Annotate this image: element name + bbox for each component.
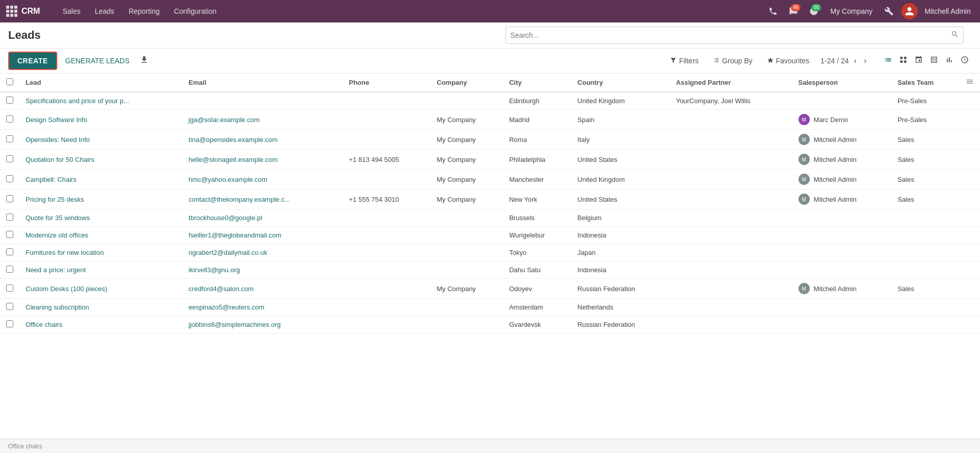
table-view-button[interactable] xyxy=(927,54,941,68)
row-checkbox[interactable] xyxy=(6,266,13,273)
email-link[interactable]: helle@stonageit.example.com xyxy=(189,156,278,163)
assigned-partner-cell xyxy=(670,150,792,170)
row-checkbox[interactable] xyxy=(6,284,13,292)
country-cell: Indonesia xyxy=(572,227,670,244)
email-cell[interactable]: fseiller1@theglobeandmail.com xyxy=(183,227,343,244)
chart-view-button[interactable] xyxy=(942,54,956,68)
activity-icon-btn[interactable]: 66 xyxy=(806,3,822,19)
email-link[interactable]: contact@thekompany.example.c... xyxy=(189,196,290,203)
app-logo[interactable]: CRM xyxy=(6,6,48,17)
email-link[interactable]: ngrabert2@dailymail.co.uk xyxy=(189,249,267,256)
user-name[interactable]: Mitchell Admin xyxy=(922,7,974,15)
email-link[interactable]: eespinazo5@reuters.com xyxy=(189,303,264,311)
salesperson-cell xyxy=(792,227,892,244)
nav-configuration[interactable]: Configuration xyxy=(168,5,222,17)
lead-name-cell[interactable]: Campbell: Chairs xyxy=(19,170,183,189)
filters-button[interactable]: Filters xyxy=(667,55,701,67)
email-cell[interactable]: ngrabert2@dailymail.co.uk xyxy=(183,244,343,261)
phone-cell xyxy=(343,244,430,261)
row-checkbox[interactable] xyxy=(6,213,13,221)
nav-reporting[interactable]: Reporting xyxy=(123,5,166,17)
lead-name-cell[interactable]: Modernize old offices xyxy=(19,227,183,244)
lead-name-cell[interactable]: Cleaning subscription xyxy=(19,299,183,316)
row-checkbox[interactable] xyxy=(6,115,13,123)
lead-name-cell[interactable]: Office chairs xyxy=(19,316,183,333)
row-checkbox[interactable] xyxy=(6,175,13,182)
nav-sales[interactable]: Sales xyxy=(56,5,86,17)
email-link[interactable]: fseiller1@theglobeandmail.com xyxy=(189,231,282,239)
download-button[interactable] xyxy=(138,53,151,69)
email-cell[interactable]: eespinazo5@reuters.com xyxy=(183,299,343,316)
row-checkbox[interactable] xyxy=(6,155,13,162)
email-link[interactable]: jga@solar.example.com xyxy=(189,116,260,124)
email-link[interactable]: tina@opensides.example.com xyxy=(189,136,278,144)
activity-badge: 66 xyxy=(811,4,821,11)
create-button[interactable]: CREATE xyxy=(8,52,57,70)
company-cell xyxy=(430,299,503,316)
email-link[interactable]: hmc@yahoo.example.com xyxy=(189,176,267,183)
chat-icon-btn[interactable]: 46 xyxy=(785,3,802,19)
kanban-view-button[interactable] xyxy=(896,54,910,68)
calendar-view-button[interactable] xyxy=(911,54,926,68)
user-avatar[interactable] xyxy=(901,3,918,19)
nav-leads[interactable]: Leads xyxy=(88,5,120,17)
lead-name-cell[interactable]: Furnitures for new location xyxy=(19,244,183,261)
search-input[interactable] xyxy=(510,31,951,39)
lead-name-cell[interactable]: Pricing for 25 desks xyxy=(19,189,183,209)
generate-leads-button[interactable]: GENERATE LEADS xyxy=(61,55,134,67)
col-settings[interactable] xyxy=(960,74,980,92)
wrench-icon-btn[interactable] xyxy=(881,3,897,19)
email-link[interactable]: credford4@salon.com xyxy=(189,285,254,293)
lead-name-cell[interactable]: Opensides: Need Info xyxy=(19,130,183,150)
lead-name-cell[interactable]: Specifications and price of your p... xyxy=(19,92,183,110)
lead-name-cell[interactable]: Need a price: urgent xyxy=(19,261,183,279)
select-all-header[interactable] xyxy=(0,74,19,92)
row-checkbox[interactable] xyxy=(6,97,13,104)
prev-page-button[interactable]: ‹ xyxy=(852,55,858,66)
email-cell[interactable]: helle@stonageit.example.com xyxy=(183,150,343,170)
top-navigation: CRM Sales Leads Reporting Configuration … xyxy=(0,0,980,22)
clock-view-button[interactable] xyxy=(958,54,972,68)
filter-group: Filters Group By Favourites 1-24 / 24 ‹ … xyxy=(667,54,972,68)
assigned-partner-cell xyxy=(670,170,792,189)
email-link[interactable]: tbrockhouse0@google.pl xyxy=(189,214,262,222)
email-cell[interactable]: tbrockhouse0@google.pl xyxy=(183,209,343,227)
col-country: Country xyxy=(572,74,670,92)
email-cell[interactable]: ikirvell3@gnu.org xyxy=(183,261,343,279)
email-cell[interactable]: hmc@yahoo.example.com xyxy=(183,170,343,189)
lead-name-cell[interactable]: Custom Desks (100 pieces) xyxy=(19,279,183,299)
email-cell[interactable]: tina@opensides.example.com xyxy=(183,130,343,150)
phone-icon-btn[interactable] xyxy=(765,3,781,19)
company-cell xyxy=(430,244,503,261)
email-link[interactable]: jjobbins6@simplemachines.org xyxy=(189,321,281,328)
lead-name-cell[interactable]: Quote for 35 windows xyxy=(19,209,183,227)
company-name[interactable]: My Company xyxy=(826,7,876,15)
row-checkbox[interactable] xyxy=(6,248,13,255)
email-cell[interactable]: contact@thekompany.example.c... xyxy=(183,189,343,209)
select-all-checkbox[interactable] xyxy=(6,78,13,85)
email-cell[interactable]: jga@solar.example.com xyxy=(183,110,343,130)
row-checkbox[interactable] xyxy=(6,231,13,238)
row-settings-cell xyxy=(960,209,980,227)
row-checkbox[interactable] xyxy=(6,135,13,142)
group-by-button[interactable]: Group By xyxy=(710,55,756,67)
view-icons xyxy=(881,54,972,68)
lead-name-cell[interactable]: Design Software Info xyxy=(19,110,183,130)
row-settings-cell xyxy=(960,92,980,110)
row-settings-cell xyxy=(960,130,980,150)
email-link[interactable]: ikirvell3@gnu.org xyxy=(189,266,240,274)
search-icon[interactable] xyxy=(951,30,959,40)
email-cell[interactable]: credford4@salon.com xyxy=(183,279,343,299)
company-cell xyxy=(430,261,503,279)
row-checkbox[interactable] xyxy=(6,320,13,327)
favourites-button[interactable]: Favourites xyxy=(764,55,812,67)
row-settings-cell xyxy=(960,299,980,316)
list-view-button[interactable] xyxy=(881,54,895,68)
lead-name-cell[interactable]: Quotation for 50 Chairs xyxy=(19,150,183,170)
next-page-button[interactable]: › xyxy=(862,55,869,66)
email-cell[interactable]: jjobbins6@simplemachines.org xyxy=(183,316,343,333)
row-checkbox-cell xyxy=(0,92,19,110)
row-checkbox[interactable] xyxy=(6,195,13,202)
row-checkbox[interactable] xyxy=(6,303,13,310)
assigned-partner-cell xyxy=(670,279,792,299)
